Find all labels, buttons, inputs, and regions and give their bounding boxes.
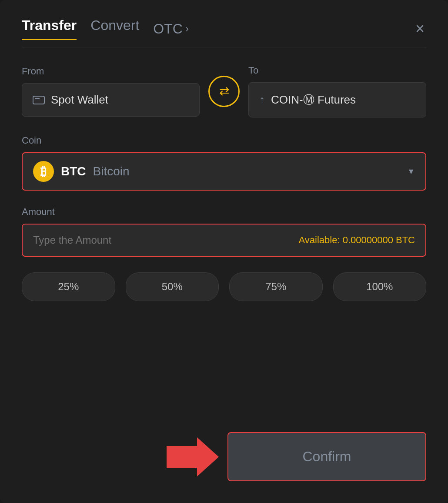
coin-section: Coin ₿ BTC Bitcoin ▼ xyxy=(22,135,426,191)
coin-symbol: BTC xyxy=(61,164,86,178)
available-balance: Available: 0.00000000 BTC xyxy=(299,235,415,246)
from-to-section: From Spot Wallet ⇄ To ↑ COIN-Ⓜ Futures xyxy=(22,65,426,117)
from-group: From Spot Wallet xyxy=(22,66,200,117)
close-button[interactable]: × xyxy=(414,19,426,38)
amount-label: Amount xyxy=(22,206,426,218)
confirm-button[interactable]: Confirm xyxy=(227,432,426,481)
pct-25-button[interactable]: 25% xyxy=(22,272,115,301)
to-wallet-selector[interactable]: ↑ COIN-Ⓜ Futures xyxy=(248,82,426,117)
coin-dropdown-arrow-icon: ▼ xyxy=(407,167,415,176)
available-value: 0.00000000 BTC xyxy=(343,235,415,245)
pct-100-button[interactable]: 100% xyxy=(333,272,427,301)
amount-box: Available: 0.00000000 BTC xyxy=(22,224,426,257)
tab-otc[interactable]: OTC › xyxy=(153,21,189,37)
btc-symbol-icon: ₿ xyxy=(40,164,47,179)
btc-coin-icon: ₿ xyxy=(33,161,54,182)
coin-label: Coin xyxy=(22,135,426,146)
amount-section: Amount Available: 0.00000000 BTC xyxy=(22,206,426,257)
chevron-right-icon: › xyxy=(185,23,189,35)
from-wallet-label: Spot Wallet xyxy=(51,93,108,107)
tab-transfer[interactable]: Transfer xyxy=(22,17,77,40)
to-group: To ↑ COIN-Ⓜ Futures xyxy=(248,65,426,117)
futures-icon: ↑ xyxy=(259,93,265,107)
to-label: To xyxy=(248,65,426,76)
arrow-area xyxy=(22,437,227,476)
svg-marker-0 xyxy=(167,437,219,476)
transfer-modal: Transfer Convert OTC › × From Spot Walle… xyxy=(0,0,448,503)
from-wallet-selector[interactable]: Spot Wallet xyxy=(22,83,200,117)
bottom-row: Confirm xyxy=(22,423,426,481)
swap-button[interactable]: ⇄ xyxy=(208,76,240,107)
pct-75-button[interactable]: 75% xyxy=(229,272,323,301)
header-divider xyxy=(22,47,426,47)
coin-name: Bitcoin xyxy=(93,164,130,178)
tab-convert[interactable]: Convert xyxy=(90,17,139,40)
wallet-card-icon xyxy=(33,96,45,104)
to-wallet-label: COIN-Ⓜ Futures xyxy=(271,92,356,107)
amount-input[interactable] xyxy=(33,234,299,246)
modal-header: Transfer Convert OTC › × xyxy=(22,17,426,40)
coin-selector[interactable]: ₿ BTC Bitcoin ▼ xyxy=(22,152,426,191)
from-label: From xyxy=(22,66,200,77)
percentage-row: 25% 50% 75% 100% xyxy=(22,272,426,301)
tab-otc-label: OTC xyxy=(153,21,183,37)
available-label: Available: xyxy=(299,235,340,245)
pct-50-button[interactable]: 50% xyxy=(126,272,219,301)
red-arrow-icon xyxy=(167,437,219,476)
swap-icon: ⇄ xyxy=(219,84,229,98)
